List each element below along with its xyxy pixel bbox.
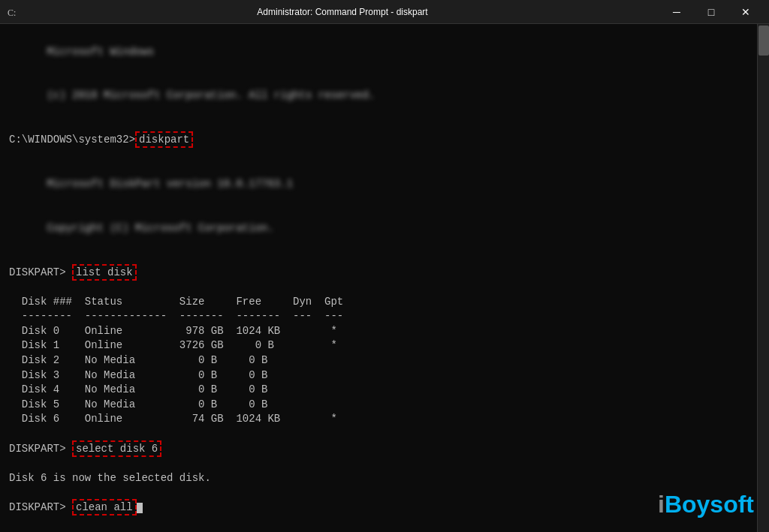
term-line-blank-2 xyxy=(9,148,748,163)
scrollbar-thumb[interactable] xyxy=(758,26,769,56)
disk-row-1: Disk 1 Online 3726 GB 0 B * xyxy=(9,338,748,353)
blurred-2: (c) 2018 Microsoft Corporation. All righ… xyxy=(47,89,375,104)
term-line-blank-5 xyxy=(9,427,748,442)
disk-selected-msg: Disk 6 is now the selected disk. xyxy=(9,471,748,486)
svg-text:C:: C: xyxy=(8,8,16,18)
disk-table-headers: Disk ### Status Size Free Dyn Gpt xyxy=(9,295,748,310)
prompt-2: DISKPART> xyxy=(9,266,72,278)
term-line-blank-6 xyxy=(9,456,748,471)
blurred-1: Microsoft Windows xyxy=(47,45,154,60)
disk-row-0: Disk 0 Online 978 GB 1024 KB * xyxy=(9,324,748,339)
blurred-4: Copyright (C) Microsoft Corporation. xyxy=(47,221,273,236)
term-line-blank-1 xyxy=(9,119,748,134)
prompt-3: DISKPART> xyxy=(9,443,72,455)
watermark-i: i xyxy=(658,491,665,518)
scrollbar[interactable] xyxy=(757,24,769,532)
terminal-output[interactable]: Microsoft Windows (c) 2018 Microsoft Cor… xyxy=(0,24,757,532)
titlebar-controls: ─ □ ✕ xyxy=(659,0,763,24)
disk-row-6: Disk 6 Online 74 GB 1024 KB * xyxy=(9,412,748,427)
close-button[interactable]: ✕ xyxy=(728,0,763,24)
watermark-text: Boysoft xyxy=(665,491,754,518)
list-disk-highlight: list disk xyxy=(72,264,137,281)
diskpart-cmd-highlight: diskpart xyxy=(135,131,193,148)
terminal-container: Microsoft Windows (c) 2018 Microsoft Cor… xyxy=(0,24,769,532)
disk-row-5: Disk 5 No Media 0 B 0 B xyxy=(9,398,748,413)
disk-row-3: Disk 3 No Media 0 B 0 B xyxy=(9,368,748,383)
titlebar-title: Administrator: Command Prompt - diskpart xyxy=(26,7,659,17)
titlebar: C: Administrator: Command Prompt - diskp… xyxy=(0,0,769,24)
term-line-list-disk: DISKPART> list disk xyxy=(9,266,748,281)
prompt-1: C:\WINDOWS\system32> xyxy=(9,134,135,146)
term-line-blank-3 xyxy=(9,251,748,266)
blurred-3: Microsoft DiskPart version 10.0.17763.1 xyxy=(47,177,293,192)
disk-row-2: Disk 2 No Media 0 B 0 B xyxy=(9,353,748,368)
disk-row-4: Disk 4 No Media 0 B 0 B xyxy=(9,383,748,398)
prompt-4: DISKPART> xyxy=(9,501,72,513)
minimize-button[interactable]: ─ xyxy=(659,0,694,24)
term-line-2: (c) 2018 Microsoft Corporation. All righ… xyxy=(9,74,748,119)
cmd-icon: C: xyxy=(6,5,20,19)
terminal-cursor xyxy=(137,503,143,513)
iboysoft-watermark: iBoysoft xyxy=(658,491,754,518)
maximize-button[interactable]: □ xyxy=(694,0,728,24)
select-disk-highlight: select disk 6 xyxy=(72,440,161,457)
term-line-clean-all: DISKPART> clean all xyxy=(9,500,748,515)
term-line-1: Microsoft Windows xyxy=(9,30,748,74)
term-line-blank-4 xyxy=(9,280,748,295)
term-line-diskpart: C:\WINDOWS\system32>diskpart xyxy=(9,133,748,148)
term-line-blurred-4: Copyright (C) Microsoft Corporation. xyxy=(9,206,748,251)
clean-all-highlight: clean all xyxy=(72,499,137,515)
term-line-blurred-3: Microsoft DiskPart version 10.0.17763.1 xyxy=(9,162,748,206)
disk-table-dividers: -------- ------------- ------- ------- -… xyxy=(9,309,748,324)
term-line-select-disk: DISKPART> select disk 6 xyxy=(9,442,748,457)
